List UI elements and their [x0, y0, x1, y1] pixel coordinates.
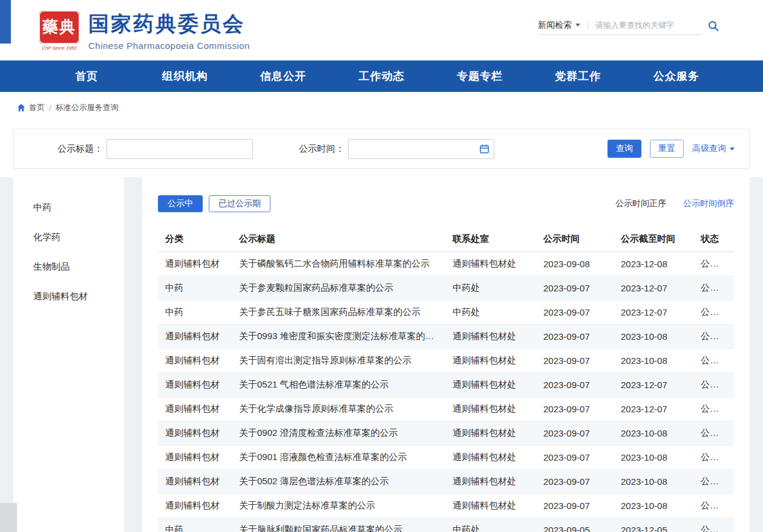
- cell-office: 通则辅料包材处: [445, 373, 536, 397]
- status-link[interactable]: 公示中: [693, 373, 734, 397]
- cell-office: 中药处: [445, 518, 536, 532]
- status-link[interactable]: 公示中: [693, 446, 734, 470]
- cell-office: 中药处: [445, 300, 536, 325]
- status-link[interactable]: 公示中: [693, 276, 734, 300]
- notice-title-link[interactable]: 关于脑脉利颗粒国家药品标准草案的公示: [232, 518, 445, 532]
- calendar-icon[interactable]: [479, 144, 490, 157]
- notice-panel: 公示中 已过公示期 公示时间正序 公示时间倒序 分类 公示标题 联系处室: [142, 177, 750, 532]
- notice-title-link[interactable]: 关于固有溶出测定指导原则标准草案的公示: [232, 349, 445, 373]
- nav-item[interactable]: 信息公开: [234, 60, 332, 92]
- main-nav: 首页 组织机构 信息公开 工作动态 专题专栏 党群工作 公众服务: [0, 60, 763, 92]
- header-search: 新闻检索: [538, 17, 719, 35]
- status-link[interactable]: 公示中: [693, 494, 734, 518]
- notice-title-link[interactable]: 关于磷酸氢钙二水合物药用辅料标准草案的公示: [232, 252, 445, 276]
- advanced-query-link[interactable]: 高级查询: [692, 143, 735, 154]
- sort-descending-link[interactable]: 公示时间倒序: [683, 198, 734, 209]
- nav-item[interactable]: 公众服务: [627, 60, 725, 92]
- query-button[interactable]: 查询: [607, 140, 641, 158]
- filter-title-label: 公示标题：: [57, 143, 103, 155]
- cell-category: 中药: [158, 276, 232, 300]
- notice-title-link[interactable]: 关于0902 澄清度检查法标准草案的公示: [232, 421, 445, 446]
- search-group: 新闻检索: [538, 17, 701, 35]
- notice-title-link[interactable]: 关于制酸力测定法标准草案的公示: [232, 494, 445, 518]
- nav-item[interactable]: 首页: [38, 60, 136, 92]
- breadcrumb-home-link[interactable]: 首页: [17, 102, 45, 113]
- sidebar-item[interactable]: 通则辅料包材: [13, 282, 124, 311]
- cell-office: 中药处: [445, 276, 536, 300]
- sort-links: 公示时间正序 公示时间倒序: [615, 198, 734, 209]
- tab-active-notices[interactable]: 公示中: [158, 195, 203, 212]
- table-row: 通则辅料包材 关于0521 气相色谱法标准草案的公示 通则辅料包材处 2023-…: [158, 373, 734, 397]
- nav-item[interactable]: 组织机构: [136, 60, 234, 92]
- search-category-dropdown[interactable]: 新闻检索: [538, 20, 580, 31]
- status-link[interactable]: 公示中: [693, 397, 734, 421]
- search-button[interactable]: [707, 20, 719, 32]
- table-body: 通则辅料包材 关于磷酸氢钙二水合物药用辅料标准草案的公示 通则辅料包材处 202…: [158, 252, 734, 532]
- table-row: 通则辅料包材 关于磷酸氢钙二水合物药用辅料标准草案的公示 通则辅料包材处 202…: [158, 252, 734, 276]
- notice-title-link[interactable]: 关于参麦颗粒国家药品标准草案的公示: [232, 276, 445, 300]
- cell-office: 通则辅料包材处: [445, 325, 536, 349]
- cell-end-date: 2023-12-07: [614, 397, 693, 421]
- cell-start-date: 2023-09-07: [536, 397, 614, 421]
- status-link[interactable]: 公示中: [693, 349, 734, 373]
- cell-start-date: 2023-09-07: [536, 470, 614, 494]
- cell-start-date: 2023-09-07: [536, 349, 614, 373]
- filter-date-input[interactable]: [348, 139, 494, 159]
- status-link[interactable]: 公示中: [693, 421, 734, 446]
- filter-time-label: 公示时间：: [299, 143, 344, 155]
- table-row: 通则辅料包材 关于0502 薄层色谱法标准草案的公示 通则辅料包材处 2023-…: [158, 470, 734, 494]
- nav-item[interactable]: 工作动态: [332, 60, 430, 92]
- table-row: 通则辅料包材 关于固有溶出测定指导原则标准草案的公示 通则辅料包材处 2023-…: [158, 349, 734, 373]
- site-logo[interactable]: 藥典 ChP Since 1950: [39, 10, 80, 51]
- cell-category: 通则辅料包材: [158, 252, 232, 276]
- cell-start-date: 2023-09-07: [536, 446, 614, 470]
- breadcrumb-home-label: 首页: [29, 102, 45, 113]
- filter-title-input[interactable]: [106, 139, 253, 159]
- cell-office: 通则辅料包材处: [445, 349, 536, 373]
- status-link[interactable]: 公示中: [693, 518, 734, 532]
- table-row: 中药 关于脑脉利颗粒国家药品标准草案的公示 中药处 2023-09-05 202…: [158, 518, 734, 532]
- notice-title-link[interactable]: 关于0901 溶液颜色检查法标准草案的公示: [232, 446, 445, 470]
- col-office: 联系处室: [445, 227, 536, 252]
- notice-table: 分类 公示标题 联系处室 公示时间 公示截至时间 状态 通则辅料包材 关于磷酸氢…: [158, 227, 734, 532]
- cell-end-date: 2023-10-08: [614, 349, 693, 373]
- notice-title-link[interactable]: 关于0502 薄层色谱法标准草案的公示: [232, 470, 445, 494]
- status-link[interactable]: 公示中: [693, 300, 734, 325]
- logo-seal-icon: 藥典: [39, 10, 80, 44]
- sidebar-item[interactable]: 中药: [13, 193, 124, 222]
- status-link[interactable]: 公示中: [693, 470, 734, 494]
- cell-end-date: 2023-12-07: [614, 276, 693, 300]
- status-link[interactable]: 公示中: [693, 325, 734, 349]
- breadcrumb: 首页 / 标准公示服务查询: [0, 92, 763, 122]
- status-link[interactable]: 公示中: [693, 252, 734, 276]
- nav-item[interactable]: 专题专栏: [431, 60, 529, 92]
- notice-title-link[interactable]: 关于化学成像指导原则标准草案的公示: [232, 397, 445, 421]
- cell-end-date: 2023-12-05: [614, 518, 693, 532]
- cell-office: 通则辅料包材处: [445, 421, 536, 446]
- notice-title-link[interactable]: 关于0993 堆密度和振实密度测定法标准草案的公示: [232, 325, 445, 349]
- header-search-input[interactable]: [595, 21, 701, 30]
- cell-category: 中药: [158, 300, 232, 325]
- cell-category: 通则辅料包材: [158, 421, 232, 446]
- filter-panel: 公示标题： 公示时间： 查询 重置 高级查询: [13, 129, 750, 169]
- notice-title-link[interactable]: 关于参芪五味子糖浆国家药品标准草案的公示: [232, 300, 445, 325]
- tab-expired-notices[interactable]: 已过公示期: [209, 195, 270, 212]
- cell-office: 通则辅料包材处: [445, 397, 536, 421]
- cell-end-date: 2023-10-08: [614, 470, 693, 494]
- notice-title-link[interactable]: 关于0521 气相色谱法标准草案的公示: [232, 373, 445, 397]
- nav-item[interactable]: 党群工作: [529, 60, 627, 92]
- sidebar-item[interactable]: 生物制品: [13, 252, 124, 282]
- cell-category: 通则辅料包材: [158, 349, 232, 373]
- brand: 藥典 ChP Since 1950 国家药典委员会 Chinese Pharma…: [39, 10, 250, 51]
- cell-start-date: 2023-09-05: [536, 518, 614, 532]
- content-area: 中药 化学药 生物制品 通则辅料包材 公示中 已过公示期 公示时间正序 公示时间…: [0, 177, 763, 532]
- cell-start-date: 2023-09-08: [536, 252, 614, 276]
- search-category-label: 新闻检索: [538, 20, 572, 31]
- reset-button[interactable]: 重置: [650, 140, 684, 158]
- sidebar-item[interactable]: 化学药: [13, 222, 124, 252]
- sort-ascending-link[interactable]: 公示时间正序: [615, 198, 666, 209]
- home-icon: [17, 103, 25, 112]
- col-title: 公示标题: [232, 227, 445, 252]
- floating-widget-partial[interactable]: [0, 503, 17, 532]
- cell-start-date: 2023-09-07: [536, 300, 614, 325]
